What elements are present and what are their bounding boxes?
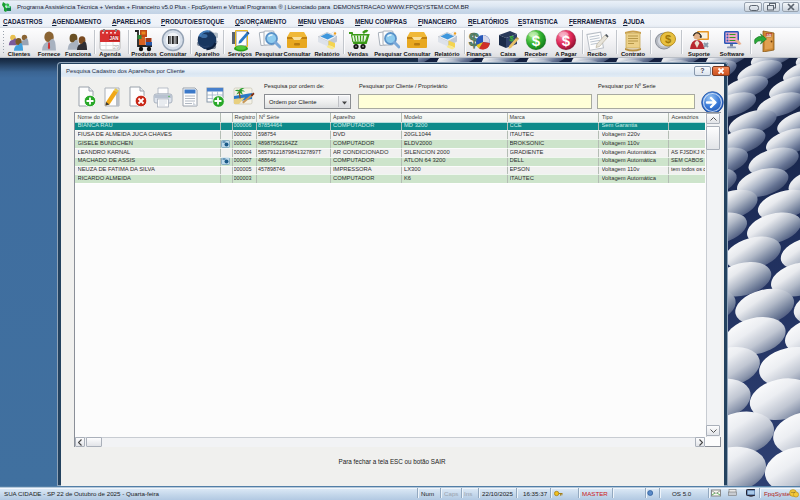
svg-text:29: 29 xyxy=(113,44,119,50)
svg-text:JAN: JAN xyxy=(109,36,118,41)
svg-text:EXIT: EXIT xyxy=(766,33,773,37)
svg-text:$: $ xyxy=(665,33,671,45)
svg-text:$: $ xyxy=(562,32,571,49)
svg-text:$: $ xyxy=(532,32,541,49)
